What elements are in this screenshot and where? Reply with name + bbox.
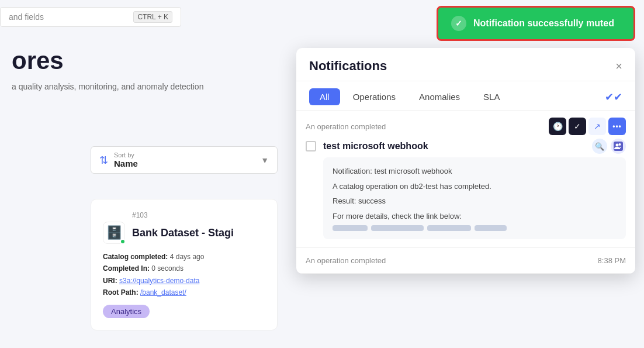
notif-checkbox[interactable]	[306, 141, 316, 151]
page-subtitle: a quality analysis, monitoring, and anom…	[12, 82, 203, 91]
page-title: ores	[12, 47, 64, 75]
search-icon: 🔍	[592, 139, 607, 154]
svg-point-2	[616, 144, 619, 147]
dataset-number: #103	[132, 211, 265, 219]
tab-all[interactable]: All	[309, 88, 340, 105]
notif-item-2-label: An operation completed	[306, 256, 386, 265]
svg-point-1	[619, 143, 621, 146]
dataset-icon: 🗄️	[103, 222, 125, 244]
sort-control[interactable]: ⇅ Sort by Name ▼	[91, 146, 278, 174]
dataset-meta: Catalog completed: 4 days ago Completed …	[103, 251, 265, 299]
notifications-panel: Notifications × All Operations Anomalies…	[296, 48, 635, 274]
svg-rect-0	[614, 142, 623, 151]
tab-sla[interactable]: SLA	[473, 88, 510, 105]
notif-detail-line-4: For more details, check the link below:	[333, 211, 617, 222]
notif-item-1-body: test microsoft webhook 🔍	[296, 139, 635, 247]
teams-icon	[611, 139, 626, 154]
tab-anomalies[interactable]: Anomalies	[408, 88, 470, 105]
notif-icon-row: 🔍	[592, 139, 626, 154]
mark-all-read-button[interactable]: ✔✔	[605, 91, 622, 104]
toast-message: Notification successfully muted	[473, 18, 614, 29]
close-button[interactable]: ×	[615, 60, 622, 73]
search-shortcut: CTRL + K	[133, 11, 172, 23]
notif-content: test microsoft webhook 🔍	[323, 139, 626, 239]
check-button[interactable]: ✓	[569, 118, 586, 135]
sort-label: Sort by Name	[114, 151, 138, 168]
panel-header: Notifications ×	[296, 48, 635, 81]
analytics-badge: Analytics	[103, 305, 150, 318]
clock-icon: 🕐	[553, 122, 563, 131]
status-dot	[120, 239, 126, 244]
notif-actions: 🕐 ✓ ↗ •••	[549, 118, 626, 135]
toast-notification: ✓ Notification successfully muted	[437, 6, 635, 41]
sort-icon: ⇅	[99, 154, 108, 167]
notif-detail-link	[333, 225, 617, 231]
notif-detail-line-3: Result: success	[333, 195, 617, 207]
search-bar[interactable]: and fields CTRL + K	[0, 7, 181, 27]
notification-item-1: An operation completed 🕐 ✓ ↗ •••	[296, 111, 635, 248]
notif-title-row: test microsoft webhook 🔍	[323, 139, 626, 154]
notification-item-2: An operation completed 8:38 PM	[296, 248, 635, 274]
more-options-button[interactable]: •••	[608, 118, 626, 135]
dataset-header: 🗄️ Bank Dataset - Stagi	[103, 222, 265, 244]
link-blur-4	[475, 225, 507, 231]
notif-detail-line-2: A catalog operation on db2-test has comp…	[333, 181, 617, 192]
notifications-tabs: All Operations Anomalies SLA ✔✔	[296, 81, 635, 111]
notif-item-2-row: An operation completed 8:38 PM	[296, 248, 635, 273]
dataset-name: Bank Dataset - Stagi	[132, 227, 234, 239]
dataset-card: #103 🗄️ Bank Dataset - Stagi Catalog com…	[91, 199, 278, 330]
link-blur-2	[371, 225, 424, 231]
notif-detail-box: Notification: test microsoft webhook A c…	[323, 157, 626, 239]
external-link-icon: ↗	[594, 122, 601, 131]
toast-check-icon: ✓	[451, 16, 466, 31]
external-link-button[interactable]: ↗	[588, 118, 606, 135]
tab-operations[interactable]: Operations	[342, 88, 406, 105]
double-check-icon: ✔✔	[605, 91, 622, 103]
notif-title: test microsoft webhook	[323, 141, 428, 151]
notif-item-1-label: An operation completed	[306, 122, 386, 131]
notifications-title: Notifications	[309, 58, 387, 74]
chevron-down-icon: ▼	[261, 156, 269, 165]
notif-item-1-header: An operation completed 🕐 ✓ ↗ •••	[296, 111, 635, 139]
notif-item-2-time: 8:38 PM	[598, 256, 626, 265]
notif-detail-line-1: Notification: test microsoft webhook	[333, 166, 617, 177]
ellipsis-icon: •••	[612, 122, 622, 130]
link-blur-3	[427, 225, 471, 231]
history-button[interactable]: 🕐	[549, 118, 566, 135]
search-placeholder: and fields	[9, 12, 44, 22]
link-blur-1	[333, 225, 368, 231]
checkmark-icon: ✓	[574, 122, 581, 131]
